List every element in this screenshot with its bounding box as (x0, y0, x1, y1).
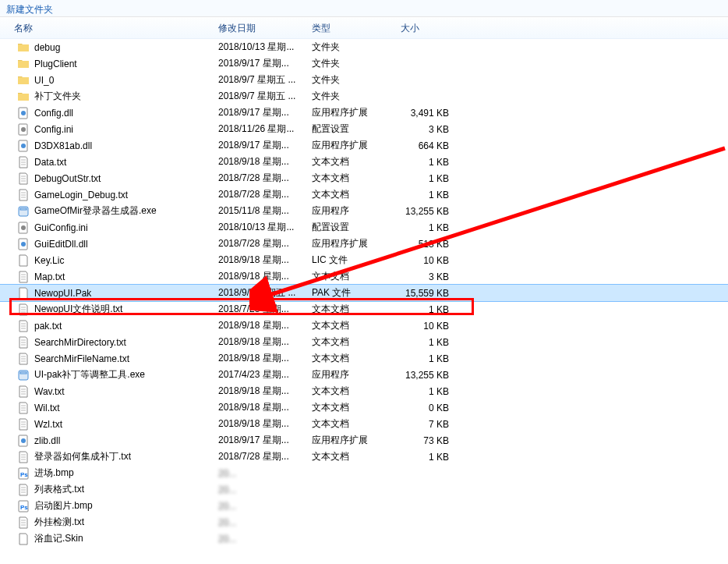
folder-icon (17, 41, 30, 54)
file-row[interactable]: Config.ini2018/11/26 星期...配置设置3 KB (0, 121, 728, 137)
file-row[interactable]: Wav.txt2018/9/18 星期...文本文档1 KB (0, 383, 728, 399)
ini-icon (17, 222, 30, 234)
txt-icon (17, 271, 30, 283)
svg-point-48 (21, 438, 26, 443)
file-type-cell: 应用程序扩展 (312, 434, 401, 447)
file-name-label: Config.dll (34, 108, 73, 119)
file-row[interactable]: Config.dll2018/9/17 星期...应用程序扩展3,491 KB (0, 105, 728, 121)
file-row[interactable]: zlib.dll2018/9/17 星期...应用程序扩展73 KB (0, 432, 728, 449)
file-date-cell: 2018/9/18 星期... (218, 417, 312, 431)
file-row[interactable]: DebugOutStr.txt2018/7/28 星期...文本文档1 KB (0, 170, 728, 186)
file-date-cell: 2018/7/28 星期... (218, 172, 312, 185)
file-row[interactable]: SearchMirDirectory.txt2018/9/18 星期...文本文… (0, 334, 728, 350)
exe-icon (17, 205, 30, 218)
file-name-label: NewopUI文件说明.txt (34, 303, 122, 316)
column-header-size[interactable]: 大小 (401, 22, 477, 35)
file-row[interactable]: GuiEditDll.dll2018/7/28 星期...应用程序扩展513 K… (0, 236, 728, 252)
file-name-label: Wav.txt (34, 386, 65, 397)
file-name-cell: Data.txt (0, 156, 218, 168)
file-row[interactable]: NewopUI.Pak2018/9/7 星期五 ...PAK 文件15,559 … (0, 285, 728, 301)
file-type-cell: 配置设置 (312, 221, 401, 234)
folder-icon (17, 58, 30, 70)
bmp-icon: Ps (17, 467, 30, 480)
file-row[interactable]: 补丁文件夹2018/9/7 星期五 ...文件夹 (0, 88, 728, 105)
column-header-name[interactable]: 名称 (0, 22, 218, 35)
file-date-cell: 2018/9/18 星期... (218, 401, 312, 414)
file-name-cell: SearchMirFileName.txt (0, 353, 218, 365)
file-date-cell: 2018/7/28 星期... (218, 188, 312, 201)
file-name-label: Wzl.txt (34, 419, 62, 430)
file-size-cell: 15,559 KB (401, 288, 477, 299)
txt-icon (17, 172, 30, 185)
file-row[interactable]: 登录器如何集成补丁.txt2018/7/28 星期...文本文档1 KB (0, 449, 728, 465)
file-row[interactable]: GameOfMir登录器生成器.exe2015/11/8 星期...应用程序13… (0, 203, 728, 219)
txt-icon (17, 451, 30, 463)
file-row[interactable]: 外挂检测.txt20... (0, 514, 728, 530)
file-date-cell: 2018/7/28 星期... (218, 450, 312, 463)
file-name-cell: SearchMirDirectory.txt (0, 336, 218, 349)
file-size-cell: 1 KB (401, 173, 477, 184)
file-type-cell: 文本文档 (312, 270, 401, 283)
file-icon (17, 254, 30, 267)
file-row[interactable]: Wil.txt2018/9/18 星期...文本文档0 KB (0, 399, 728, 416)
column-header-row: 名称 修改日期 类型 大小 (0, 17, 728, 39)
file-row[interactable]: Map.txt2018/9/18 星期...文本文档3 KB (0, 268, 728, 285)
svg-rect-37 (20, 372, 27, 374)
file-row[interactable]: GameLogin_Debug.txt2018/7/28 星期...文本文档1 … (0, 186, 728, 203)
file-name-cell: D3DX81ab.dll (0, 140, 218, 152)
file-name-cell: 外挂检测.txt (0, 516, 218, 529)
file-row[interactable]: UI_02018/9/7 星期五 ...文件夹 (0, 72, 728, 88)
dll-icon (17, 435, 30, 447)
file-row[interactable]: debug2018/10/13 星期...文件夹 (0, 39, 728, 55)
file-row[interactable]: GuiConfig.ini2018/10/13 星期...配置设置1 KB (0, 219, 728, 236)
file-date-cell: 20... (218, 468, 312, 479)
file-name-cell: PlugClient (0, 58, 218, 70)
file-row[interactable]: D3DX81ab.dll2018/9/17 星期...应用程序扩展664 KB (0, 137, 728, 154)
file-row[interactable]: SearchMirFileName.txt2018/9/18 星期...文本文档… (0, 350, 728, 367)
file-date-cell: 2018/9/17 星期... (218, 434, 312, 447)
breadcrumb[interactable]: 新建文件夹 (0, 0, 728, 17)
file-row[interactable]: Ps启动图片.bmp20... (0, 498, 728, 514)
file-size-cell: 10 KB (401, 321, 477, 332)
txt-icon (17, 353, 30, 365)
file-row[interactable]: Wzl.txt2018/9/18 星期...文本文档7 KB (0, 416, 728, 432)
file-size-cell: 7 KB (401, 419, 477, 430)
file-name-cell: UI_0 (0, 74, 218, 87)
file-row[interactable]: pak.txt2018/9/18 星期...文本文档10 KB (0, 317, 728, 334)
file-row[interactable]: 列表格式.txt20... (0, 481, 728, 498)
file-size-cell: 13,255 KB (401, 370, 477, 381)
file-name-label: debug (34, 42, 60, 53)
file-size-cell: 3 KB (401, 124, 477, 135)
file-name-cell: GuiEditDll.dll (0, 238, 218, 250)
file-size-cell: 513 KB (401, 239, 477, 250)
file-type-cell: 文本文档 (312, 155, 401, 168)
svg-point-5 (21, 144, 26, 148)
file-type-cell: 文本文档 (312, 303, 401, 316)
column-header-type[interactable]: 类型 (312, 22, 401, 35)
file-date-cell: 2018/9/18 星期... (218, 319, 312, 332)
txt-icon (17, 189, 30, 201)
file-type-cell: 应用程序扩展 (312, 139, 401, 152)
file-type-cell: 文本文档 (312, 188, 401, 201)
file-row[interactable]: Key.Lic2018/9/18 星期...LIC 文件10 KB (0, 252, 728, 268)
file-row[interactable]: 浴血记.Skin20... (0, 530, 728, 547)
file-name-cell: 登录器如何集成补丁.txt (0, 450, 218, 463)
file-type-cell: 应用程序 (312, 204, 401, 218)
file-date-cell: 20... (218, 534, 312, 544)
svg-rect-16 (20, 208, 27, 210)
file-row[interactable]: UI-pak补丁等调整工具.exe2017/4/23 星期...应用程序13,2… (0, 367, 728, 383)
file-name-label: D3DX81ab.dll (34, 140, 92, 151)
file-size-cell: 3,491 KB (401, 108, 477, 119)
file-name-cell: pak.txt (0, 320, 218, 332)
file-type-cell: 文件夹 (312, 73, 401, 87)
file-date-cell: 2018/9/18 星期... (218, 352, 312, 365)
file-date-cell: 20... (218, 501, 312, 512)
file-row[interactable]: NewopUI文件说明.txt2018/7/28 星期...文本文档1 KB (0, 301, 728, 317)
file-row[interactable]: Data.txt2018/9/18 星期...文本文档1 KB (0, 154, 728, 170)
file-date-cell: 2018/9/7 星期五 ... (218, 73, 312, 87)
file-icon (17, 287, 30, 300)
file-row[interactable]: Ps进场.bmp20... (0, 465, 728, 481)
file-name-cell: Ps启动图片.bmp (0, 499, 218, 513)
column-header-date[interactable]: 修改日期 (218, 22, 312, 35)
file-row[interactable]: PlugClient2018/9/17 星期...文件夹 (0, 55, 728, 72)
